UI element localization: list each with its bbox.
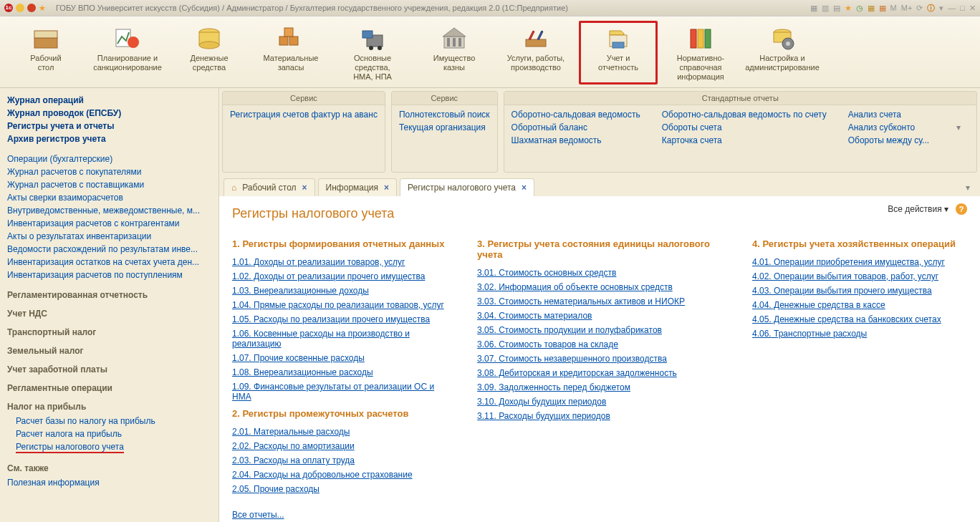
sidebar-header[interactable]: Учет заработной платы (7, 364, 211, 374)
service-link[interactable]: Анализ счета (848, 108, 929, 121)
sidebar-header[interactable]: Регламентированная отчетность (7, 290, 211, 300)
sidebar-link[interactable]: Акты сверки взаиморасчетов (7, 191, 211, 204)
report-link[interactable]: 3.08. Дебиторская и кредиторская задолже… (477, 366, 724, 380)
help-icon[interactable]: ? (956, 203, 967, 215)
sidebar-link[interactable]: Журнал расчетов с покупателями (7, 165, 211, 178)
report-link[interactable]: 1.03. Внереализационные доходы (232, 284, 448, 298)
tab[interactable]: Регистры налогового учета× (400, 178, 534, 196)
toolbar-item[interactable]: Денежныесредства (170, 21, 248, 84)
m-ref-icon[interactable]: ⟳ (916, 4, 923, 13)
maximize-icon[interactable]: □ (960, 4, 965, 12)
report-link[interactable]: 3.09. Задолженность перед бюджетом (477, 380, 724, 395)
service-link[interactable]: Шахматная ведомость (511, 134, 640, 147)
m-plus-icon[interactable]: M+ (901, 4, 913, 12)
sidebar-link[interactable]: Инвентаризация расчетов с контрагентами (7, 217, 211, 230)
all-actions-button[interactable]: Все действия ▾ (888, 204, 948, 214)
report-link[interactable]: 1.08. Внереализационные расходы (232, 365, 448, 380)
sidebar-link[interactable]: Расчет базы по налогу на прибыль (7, 415, 211, 427)
sidebar-header[interactable]: Налог на прибыль (7, 402, 211, 412)
report-link[interactable]: 3.03. Стоимость нематериальных активов и… (477, 294, 724, 309)
sidebar-link[interactable]: Внутриведомственные, межведомственные, м… (7, 204, 211, 217)
tab-close-icon[interactable]: × (522, 183, 527, 193)
report-link[interactable]: 3.02. Информация об объекте основных сре… (477, 280, 724, 294)
toolbar-item[interactable]: Нормативно-справочнаяинформация (662, 21, 739, 84)
tab-close-icon[interactable]: × (384, 183, 389, 193)
nav-back-icon[interactable] (16, 4, 24, 12)
service-link[interactable]: Обороты между су... (848, 134, 929, 147)
report-link[interactable]: 3.01. Стоимость основных средств (477, 266, 724, 280)
help-icon[interactable]: ⓘ (927, 3, 935, 14)
report-link[interactable]: 1.01. Доходы от реализации товаров, услу… (232, 255, 448, 269)
report-link[interactable]: 2.04. Расходы на добровольное страховани… (232, 468, 448, 482)
sidebar-header[interactable]: Учет НДС (7, 309, 211, 319)
service-link[interactable]: Анализ субконто (848, 121, 929, 134)
toolbar-item[interactable]: Планирование исанкционирование (89, 21, 166, 84)
minimize-icon[interactable]: — (948, 4, 956, 12)
report-link[interactable]: 3.11. Расходы будущих периодов (477, 409, 724, 423)
report-link[interactable]: 4.02. Операции выбытия товаров, работ, у… (752, 269, 967, 284)
nav-fwd-icon[interactable] (27, 4, 36, 12)
report-link[interactable]: 4.06. Транспортные расходы (752, 327, 967, 341)
calendar-icon[interactable]: ▦ (879, 4, 886, 13)
report-link[interactable]: 3.04. Стоимость материалов (477, 309, 724, 323)
favorite-icon[interactable]: ★ (39, 4, 46, 13)
sidebar-link[interactable]: Журнал расчетов с поставщиками (7, 178, 211, 191)
sidebar-header[interactable]: Регламентные операции (7, 383, 211, 393)
service-link[interactable]: Оборотный баланс (511, 121, 640, 134)
toolbar-item[interactable]: Услуги, работы,производство (497, 21, 575, 84)
drop-icon[interactable]: ▾ (939, 4, 943, 13)
toolbar-item[interactable]: Учет иотчетность (579, 21, 658, 84)
sidebar-link[interactable]: Операции (бухгалтерские) (7, 153, 211, 165)
service-link[interactable]: Полнотекстовый поиск (399, 108, 490, 121)
sidebar-header[interactable]: Транспортный налог (7, 327, 211, 337)
report-link[interactable]: 2.01. Материальные расходы (232, 425, 448, 439)
report-link[interactable]: 2.02. Расходы по амортизации (232, 439, 448, 453)
sidebar-link[interactable]: Акты о результатах инвентаризации (7, 230, 211, 243)
report-link[interactable]: 3.06. Стоимость товаров на складе (477, 337, 724, 352)
report-link[interactable]: 1.07. Прочие косвенные расходы (232, 351, 448, 365)
report-link[interactable]: 2.05. Прочие расходы (232, 482, 448, 496)
report-link[interactable]: 4.01. Операции приобретения имущества, у… (752, 255, 967, 269)
report-link[interactable]: 4.04. Денежные средства в кассе (752, 298, 967, 312)
tab[interactable]: Информация× (318, 178, 398, 196)
tool-icon[interactable]: ▥ (822, 4, 829, 13)
service-link[interactable]: Обороты счета (662, 121, 827, 134)
tool-icon[interactable]: ▤ (833, 4, 840, 13)
star-icon[interactable]: ★ (845, 4, 852, 13)
service-link[interactable]: Оборотно-сальдовая ведомость по счету (662, 108, 827, 121)
sidebar-link[interactable]: Архив регистров учета (7, 132, 211, 145)
sidebar-link[interactable]: Регистры учета и отчеты (7, 120, 211, 132)
sidebar-link[interactable]: Журнал операций (7, 94, 211, 107)
sidebar-link[interactable]: Журнал проводок (ЕПСБУ) (7, 107, 211, 120)
toolbar-item[interactable]: Настройка иадминистрирование (744, 21, 821, 84)
all-reports-link[interactable]: Все отчеты... (232, 508, 448, 522)
tab-close-icon[interactable]: × (302, 183, 307, 193)
service-dropdown-icon[interactable]: ▾ (951, 108, 966, 147)
tabs-menu-icon[interactable]: ▾ (960, 183, 976, 193)
toolbar-item[interactable]: Имуществоказны (415, 21, 493, 84)
toolbar-item[interactable]: Материальныезапасы (252, 21, 330, 84)
tool-icon[interactable]: ▦ (810, 4, 817, 13)
sidebar-link[interactable]: Инвентаризация остатков на счетах учета … (7, 256, 211, 269)
sidebar-link-active[interactable]: Регистры налогового учета (7, 440, 211, 455)
sidebar-header[interactable]: Земельный налог (7, 346, 211, 356)
sidebar-link[interactable]: Инвентаризация расчетов по поступлениям (7, 269, 211, 281)
service-link[interactable]: Регистрация счетов фактур на аванс (230, 108, 378, 121)
report-link[interactable]: 1.04. Прямые расходы по реализации товар… (232, 298, 448, 312)
toolbar-item[interactable]: Рабочийстол (7, 21, 85, 84)
service-link[interactable]: Карточка счета (662, 134, 827, 147)
tab[interactable]: ⌂Рабочий стол× (224, 178, 315, 196)
report-link[interactable]: 4.03. Операции выбытия прочего имущества (752, 284, 967, 298)
report-link[interactable]: 3.05. Стоимость продукции и полуфабрикат… (477, 323, 724, 337)
sidebar-link[interactable]: Полезная информация (7, 476, 211, 489)
m-icon[interactable]: M (890, 4, 897, 12)
service-link[interactable]: Текущая организация (399, 121, 490, 134)
report-link[interactable]: 1.06. Косвенные расходы на производство … (232, 327, 448, 351)
report-link[interactable]: 1.05. Расходы по реализации прочего имущ… (232, 312, 448, 327)
sidebar-link[interactable]: Расчет налога на прибыль (7, 427, 211, 440)
toolbar-item[interactable]: Основные средства,НМА, НПА (334, 21, 411, 84)
report-link[interactable]: 2.03. Расходы на оплату труда (232, 453, 448, 468)
close-icon[interactable]: ✕ (969, 4, 976, 13)
report-link[interactable]: 1.09. Финансовые результаты от реализаци… (232, 380, 448, 404)
report-link[interactable]: 3.07. Стоимость незавершенного производс… (477, 352, 724, 366)
